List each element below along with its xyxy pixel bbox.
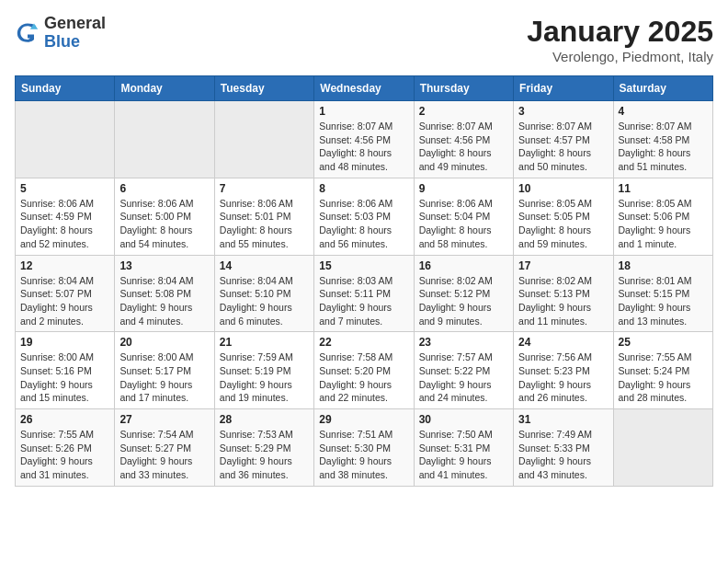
day-info: Sunrise: 8:07 AM Sunset: 4:56 PM Dayligh…	[419, 120, 508, 174]
calendar-cell: 15Sunrise: 8:03 AM Sunset: 5:11 PM Dayli…	[314, 255, 414, 332]
day-number: 17	[518, 259, 608, 272]
day-number: 13	[119, 259, 209, 272]
calendar-cell: 27Sunrise: 7:54 AM Sunset: 5:27 PM Dayli…	[115, 409, 214, 487]
day-number: 23	[419, 336, 508, 349]
location-subtitle: Verolengo, Piedmont, Italy	[527, 49, 713, 64]
calendar-cell	[214, 101, 313, 178]
page-header: General Blue January 2025 Verolengo, Pie…	[15, 15, 713, 64]
day-number: 24	[518, 336, 608, 349]
calendar-cell: 23Sunrise: 7:57 AM Sunset: 5:22 PM Dayli…	[414, 332, 513, 409]
week-row-3: 12Sunrise: 8:04 AM Sunset: 5:07 PM Dayli…	[16, 255, 713, 332]
week-row-4: 19Sunrise: 8:00 AM Sunset: 5:16 PM Dayli…	[16, 332, 713, 409]
calendar-cell: 21Sunrise: 7:59 AM Sunset: 5:19 PM Dayli…	[214, 332, 313, 409]
calendar-cell: 9Sunrise: 8:06 AM Sunset: 5:04 PM Daylig…	[414, 178, 513, 255]
day-info: Sunrise: 7:59 AM Sunset: 5:19 PM Dayligh…	[220, 350, 309, 405]
day-info: Sunrise: 7:49 AM Sunset: 5:33 PM Dayligh…	[518, 428, 608, 482]
calendar-cell: 22Sunrise: 7:58 AM Sunset: 5:20 PM Dayli…	[314, 332, 414, 409]
day-number: 11	[619, 182, 708, 195]
week-row-1: 1Sunrise: 8:07 AM Sunset: 4:56 PM Daylig…	[16, 101, 713, 178]
calendar-cell	[613, 409, 712, 487]
day-number: 31	[518, 413, 608, 426]
calendar-cell: 29Sunrise: 7:51 AM Sunset: 5:30 PM Dayli…	[314, 409, 414, 487]
day-info: Sunrise: 7:57 AM Sunset: 5:22 PM Dayligh…	[419, 350, 508, 405]
calendar-cell: 30Sunrise: 7:50 AM Sunset: 5:31 PM Dayli…	[414, 409, 513, 487]
calendar-cell: 26Sunrise: 7:55 AM Sunset: 5:26 PM Dayli…	[16, 409, 115, 487]
day-number: 25	[619, 336, 708, 349]
day-number: 28	[220, 413, 309, 426]
calendar-cell: 10Sunrise: 8:05 AM Sunset: 5:05 PM Dayli…	[514, 178, 613, 255]
weekday-header-sunday: Sunday	[16, 76, 115, 101]
weekday-header-saturday: Saturday	[613, 76, 712, 101]
day-info: Sunrise: 8:04 AM Sunset: 5:10 PM Dayligh…	[220, 274, 309, 328]
weekday-header-row: SundayMondayTuesdayWednesdayThursdayFrid…	[16, 76, 713, 101]
day-info: Sunrise: 8:07 AM Sunset: 4:57 PM Dayligh…	[518, 120, 608, 174]
day-number: 1	[319, 105, 408, 118]
day-info: Sunrise: 8:06 AM Sunset: 5:01 PM Dayligh…	[220, 197, 309, 251]
day-number: 10	[518, 182, 608, 195]
logo-text: General Blue	[44, 15, 106, 52]
logo-blue: Blue	[44, 33, 106, 52]
week-row-2: 5Sunrise: 8:06 AM Sunset: 4:59 PM Daylig…	[16, 178, 713, 255]
day-info: Sunrise: 8:02 AM Sunset: 5:13 PM Dayligh…	[518, 274, 608, 328]
calendar-cell: 1Sunrise: 8:07 AM Sunset: 4:56 PM Daylig…	[314, 101, 414, 178]
day-number: 18	[619, 259, 708, 272]
day-info: Sunrise: 7:58 AM Sunset: 5:20 PM Dayligh…	[319, 350, 408, 405]
day-info: Sunrise: 7:53 AM Sunset: 5:29 PM Dayligh…	[220, 428, 309, 482]
logo-icon	[15, 20, 40, 46]
calendar-cell: 24Sunrise: 7:56 AM Sunset: 5:23 PM Dayli…	[514, 332, 613, 409]
day-info: Sunrise: 8:04 AM Sunset: 5:08 PM Dayligh…	[119, 274, 209, 328]
logo: General Blue	[15, 15, 106, 52]
calendar-cell: 20Sunrise: 8:00 AM Sunset: 5:17 PM Dayli…	[115, 332, 214, 409]
week-row-5: 26Sunrise: 7:55 AM Sunset: 5:26 PM Dayli…	[16, 409, 713, 487]
day-info: Sunrise: 8:00 AM Sunset: 5:16 PM Dayligh…	[20, 350, 109, 405]
day-info: Sunrise: 8:06 AM Sunset: 5:00 PM Dayligh…	[119, 197, 209, 251]
day-info: Sunrise: 7:55 AM Sunset: 5:26 PM Dayligh…	[20, 428, 109, 482]
calendar-cell: 19Sunrise: 8:00 AM Sunset: 5:16 PM Dayli…	[16, 332, 115, 409]
day-info: Sunrise: 7:55 AM Sunset: 5:24 PM Dayligh…	[619, 350, 708, 405]
calendar-cell: 6Sunrise: 8:06 AM Sunset: 5:00 PM Daylig…	[115, 178, 214, 255]
calendar-cell: 18Sunrise: 8:01 AM Sunset: 5:15 PM Dayli…	[613, 255, 712, 332]
day-number: 30	[419, 413, 508, 426]
calendar-cell	[16, 101, 115, 178]
day-info: Sunrise: 8:06 AM Sunset: 4:59 PM Dayligh…	[20, 197, 109, 251]
calendar-cell: 7Sunrise: 8:06 AM Sunset: 5:01 PM Daylig…	[214, 178, 313, 255]
day-info: Sunrise: 8:05 AM Sunset: 5:05 PM Dayligh…	[518, 197, 608, 251]
weekday-header-thursday: Thursday	[414, 76, 513, 101]
calendar-cell: 12Sunrise: 8:04 AM Sunset: 5:07 PM Dayli…	[16, 255, 115, 332]
calendar-table: SundayMondayTuesdayWednesdayThursdayFrid…	[15, 75, 713, 487]
day-number: 22	[319, 336, 408, 349]
day-number: 12	[20, 259, 109, 272]
day-info: Sunrise: 7:56 AM Sunset: 5:23 PM Dayligh…	[518, 350, 608, 405]
day-info: Sunrise: 8:02 AM Sunset: 5:12 PM Dayligh…	[419, 274, 508, 328]
day-number: 5	[20, 182, 109, 195]
calendar-cell: 31Sunrise: 7:49 AM Sunset: 5:33 PM Dayli…	[514, 409, 613, 487]
day-info: Sunrise: 7:51 AM Sunset: 5:30 PM Dayligh…	[319, 428, 408, 482]
day-info: Sunrise: 8:05 AM Sunset: 5:06 PM Dayligh…	[619, 197, 708, 251]
day-info: Sunrise: 8:07 AM Sunset: 4:56 PM Dayligh…	[319, 120, 408, 174]
day-info: Sunrise: 8:00 AM Sunset: 5:17 PM Dayligh…	[119, 350, 209, 405]
calendar-cell: 4Sunrise: 8:07 AM Sunset: 4:58 PM Daylig…	[613, 101, 712, 178]
logo-general: General	[44, 15, 106, 33]
day-number: 16	[419, 259, 508, 272]
calendar-cell: 13Sunrise: 8:04 AM Sunset: 5:08 PM Dayli…	[115, 255, 214, 332]
day-number: 29	[319, 413, 408, 426]
day-number: 2	[419, 105, 508, 118]
title-block: January 2025 Verolengo, Piedmont, Italy	[527, 15, 713, 64]
day-number: 26	[20, 413, 109, 426]
day-number: 3	[518, 105, 608, 118]
day-number: 19	[20, 336, 109, 349]
weekday-header-tuesday: Tuesday	[214, 76, 313, 101]
calendar-cell: 17Sunrise: 8:02 AM Sunset: 5:13 PM Dayli…	[514, 255, 613, 332]
calendar-cell	[115, 101, 214, 178]
day-number: 9	[419, 182, 508, 195]
day-number: 21	[220, 336, 309, 349]
day-number: 8	[319, 182, 408, 195]
day-number: 7	[220, 182, 309, 195]
day-info: Sunrise: 8:06 AM Sunset: 5:04 PM Dayligh…	[419, 197, 508, 251]
calendar-cell: 5Sunrise: 8:06 AM Sunset: 4:59 PM Daylig…	[16, 178, 115, 255]
day-number: 14	[220, 259, 309, 272]
day-info: Sunrise: 8:01 AM Sunset: 5:15 PM Dayligh…	[619, 274, 708, 328]
calendar-cell: 8Sunrise: 8:06 AM Sunset: 5:03 PM Daylig…	[314, 178, 414, 255]
calendar-cell: 2Sunrise: 8:07 AM Sunset: 4:56 PM Daylig…	[414, 101, 513, 178]
day-number: 15	[319, 259, 408, 272]
